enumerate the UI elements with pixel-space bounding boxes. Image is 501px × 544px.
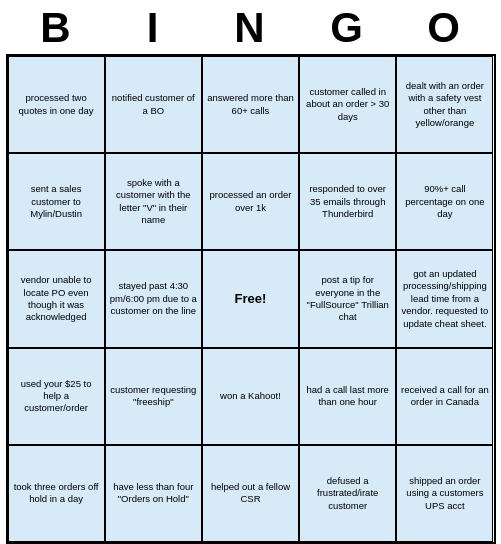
bingo-cell-2[interactable]: answered more than 60+ calls (202, 56, 299, 153)
cell-text-21: have less than four "Orders on Hold" (109, 481, 198, 506)
bingo-cell-19[interactable]: received a call for an order in Canada (396, 348, 493, 445)
bingo-grid: processed two quotes in one daynotified … (6, 54, 496, 544)
cell-text-15: used your $25 to help a customer/order (12, 378, 101, 415)
bingo-cell-16[interactable]: customer requesting "freeship" (105, 348, 202, 445)
header-letter-G: G (299, 4, 396, 52)
bingo-cell-6[interactable]: spoke with a customer with the letter "V… (105, 153, 202, 250)
cell-text-18: had a call last more than one hour (303, 384, 392, 409)
cell-text-7: processed an order over 1k (206, 189, 295, 214)
header-letter-I: I (105, 4, 202, 52)
bingo-cell-18[interactable]: had a call last more than one hour (299, 348, 396, 445)
bingo-cell-11[interactable]: stayed past 4:30 pm/6:00 pm due to a cus… (105, 250, 202, 347)
cell-text-6: spoke with a customer with the letter "V… (109, 177, 198, 226)
cell-text-23: defused a frustrated/irate customer (303, 475, 392, 512)
cell-text-8: responded to over 35 emails through Thun… (303, 183, 392, 220)
cell-text-10: vendor unable to locate PO even though i… (12, 274, 101, 323)
cell-text-2: answered more than 60+ calls (206, 92, 295, 117)
cell-text-22: helped out a fellow CSR (206, 481, 295, 506)
header-letter-B: B (8, 4, 105, 52)
cell-text-0: processed two quotes in one day (12, 92, 101, 117)
cell-text-1: notified customer of a BO (109, 92, 198, 117)
bingo-cell-20[interactable]: took three orders off hold in a day (8, 445, 105, 542)
bingo-cell-4[interactable]: dealt with an order with a safety vest o… (396, 56, 493, 153)
cell-text-9: 90%+ call percentage on one day (400, 183, 489, 220)
cell-text-17: won a Kahoot! (220, 390, 281, 402)
bingo-cell-1[interactable]: notified customer of a BO (105, 56, 202, 153)
bingo-cell-7[interactable]: processed an order over 1k (202, 153, 299, 250)
header-letter-N: N (202, 4, 299, 52)
bingo-cell-23[interactable]: defused a frustrated/irate customer (299, 445, 396, 542)
bingo-cell-17[interactable]: won a Kahoot! (202, 348, 299, 445)
cell-text-11: stayed past 4:30 pm/6:00 pm due to a cus… (109, 280, 198, 317)
bingo-cell-5[interactable]: sent a sales customer to Mylin/Dustin (8, 153, 105, 250)
cell-text-14: got an updated processing/shipping lead … (400, 268, 489, 330)
cell-text-12: Free! (235, 291, 267, 308)
bingo-cell-8[interactable]: responded to over 35 emails through Thun… (299, 153, 396, 250)
bingo-cell-10[interactable]: vendor unable to locate PO even though i… (8, 250, 105, 347)
cell-text-5: sent a sales customer to Mylin/Dustin (12, 183, 101, 220)
cell-text-20: took three orders off hold in a day (12, 481, 101, 506)
cell-text-16: customer requesting "freeship" (109, 384, 198, 409)
bingo-cell-0[interactable]: processed two quotes in one day (8, 56, 105, 153)
bingo-cell-9[interactable]: 90%+ call percentage on one day (396, 153, 493, 250)
bingo-cell-3[interactable]: customer called in about an order > 30 d… (299, 56, 396, 153)
free-cell[interactable]: Free! (202, 250, 299, 347)
bingo-cell-15[interactable]: used your $25 to help a customer/order (8, 348, 105, 445)
bingo-cell-13[interactable]: post a tip for everyone in the "FullSour… (299, 250, 396, 347)
bingo-header: BINGO (0, 0, 501, 54)
cell-text-4: dealt with an order with a safety vest o… (400, 80, 489, 129)
bingo-cell-14[interactable]: got an updated processing/shipping lead … (396, 250, 493, 347)
cell-text-24: shipped an order using a customers UPS a… (400, 475, 489, 512)
bingo-cell-21[interactable]: have less than four "Orders on Hold" (105, 445, 202, 542)
bingo-cell-24[interactable]: shipped an order using a customers UPS a… (396, 445, 493, 542)
cell-text-19: received a call for an order in Canada (400, 384, 489, 409)
cell-text-13: post a tip for everyone in the "FullSour… (303, 274, 392, 323)
bingo-cell-22[interactable]: helped out a fellow CSR (202, 445, 299, 542)
cell-text-3: customer called in about an order > 30 d… (303, 86, 392, 123)
header-letter-O: O (396, 4, 493, 52)
